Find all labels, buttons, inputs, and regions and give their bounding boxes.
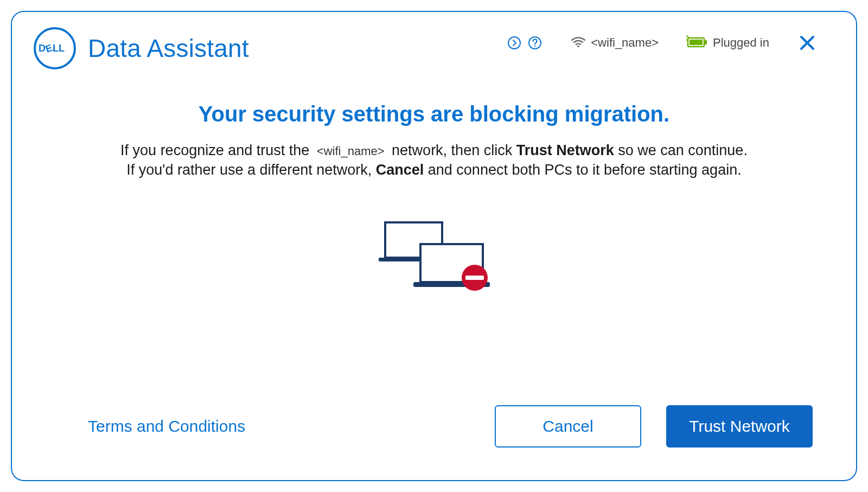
wifi-icon [570,35,586,50]
main-content: Your security settings are blocking migr… [12,69,856,405]
trust-network-button[interactable]: Trust Network [666,405,813,448]
svg-text:L: L [53,43,59,54]
next-icon[interactable] [506,35,522,51]
desc-line2-bold: Cancel [376,162,424,178]
app-title: Data Assistant [88,34,249,63]
desc-line2-a: If you'd rather use a different network, [126,162,375,178]
svg-rect-9 [690,40,703,45]
svg-point-7 [577,46,579,48]
desc-line2-b: and connect both PCs to it before starti… [428,162,742,178]
svg-rect-18 [465,276,484,280]
app-window: D E L L Data Assistant [11,11,857,481]
desc-line1-c: so we can continue. [618,142,748,158]
svg-text:L: L [59,43,65,54]
page-headline: Your security settings are blocking migr… [199,102,669,126]
dell-logo-icon: D E L L [39,43,71,54]
wifi-indicator: <wifi_name> [570,35,659,50]
svg-point-6 [534,46,536,47]
battery-plugged-icon [686,35,709,51]
header-right: <wifi_name> Plugged in [506,32,818,54]
brand-block: D E L L Data Assistant [34,27,249,69]
help-icon[interactable] [527,35,543,51]
power-indicator: Plugged in [686,35,769,51]
close-icon [799,34,816,52]
desc-wifi-placeholder: <wifi_name> [314,144,388,158]
svg-point-5 [529,37,541,49]
dell-logo: D E L L [34,27,76,69]
page-description: If you recognize and trust the <wifi_nam… [120,140,748,180]
power-status-label: Plugged in [713,36,769,50]
svg-rect-10 [705,40,707,44]
desc-line1-a: If you recognize and trust the [120,142,314,158]
svg-point-4 [508,37,520,49]
header-icon-group [506,35,543,51]
footer-bar: Terms and Conditions Cancel Trust Networ… [12,405,856,480]
cancel-button[interactable]: Cancel [495,405,641,448]
wifi-name-label: <wifi_name> [591,36,659,50]
terms-link[interactable]: Terms and Conditions [88,417,245,436]
close-button[interactable] [796,32,818,54]
desc-line1-b: network, then click [392,142,516,158]
header-bar: D E L L Data Assistant [12,12,856,69]
desc-line1-bold: Trust Network [516,142,614,158]
two-laptops-blocked-icon [374,218,494,294]
